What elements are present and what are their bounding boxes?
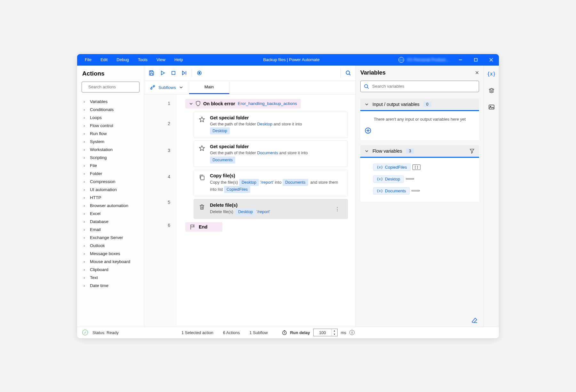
chevron-right-icon: › — [84, 155, 87, 160]
clear-button[interactable] — [471, 317, 478, 324]
action-category[interactable]: ›Outlook — [79, 242, 142, 250]
actions-search[interactable] — [82, 82, 140, 92]
flag-icon — [190, 224, 196, 230]
menu-file[interactable]: File — [80, 55, 96, 65]
close-button[interactable] — [484, 54, 498, 66]
action-category[interactable]: ›File — [79, 162, 142, 170]
variable-row[interactable]: {x}CopiedFiles [] — [373, 164, 476, 171]
stop-button[interactable] — [168, 68, 179, 78]
close-panel-button[interactable]: ✕ — [475, 70, 479, 76]
rail-layers-button[interactable] — [487, 86, 496, 95]
action-category[interactable]: ›Compression — [79, 178, 142, 186]
action-card-selected[interactable]: Delete file(s) Delete file(s) Desktop '/… — [194, 199, 348, 219]
variable-row[interactable]: {x}Desktop — [373, 175, 476, 183]
add-io-variable-button[interactable] — [365, 127, 475, 134]
run-delay-input[interactable]: 100 ▲▼ — [313, 329, 338, 336]
variables-search[interactable] — [360, 81, 479, 92]
flow-canvas[interactable]: On block error Eror_handling_backup_acti… — [176, 94, 356, 327]
menu-view[interactable]: View — [152, 55, 170, 65]
chevron-down-icon — [365, 102, 369, 106]
action-category[interactable]: ›Text — [79, 274, 142, 282]
clock-icon — [282, 330, 287, 335]
action-category[interactable]: ›Browser automation — [79, 202, 142, 210]
action-category[interactable]: ›Run flow — [79, 130, 142, 138]
block-name-link[interactable]: Eror_handling_backup_actions — [238, 101, 297, 106]
action-category[interactable]: ›Clipboard — [79, 266, 142, 274]
variable-icon: {x} — [377, 177, 383, 181]
variable-value — [412, 190, 420, 191]
variable-chip: {x}Documents — [373, 187, 410, 195]
menu-tools[interactable]: Tools — [133, 55, 152, 65]
chevron-right-icon: › — [84, 227, 87, 232]
svg-point-16 — [151, 88, 152, 89]
svg-rect-1 — [475, 58, 477, 61]
actions-search-input[interactable] — [88, 84, 142, 89]
variable-row[interactable]: {x}Documents — [373, 187, 476, 195]
line-number: 3 — [144, 137, 176, 164]
run-button[interactable] — [157, 68, 168, 78]
action-card[interactable]: Get special folder Get the path of the f… — [194, 112, 348, 138]
action-category[interactable]: ›Excel — [79, 210, 142, 218]
line-number: 4 — [144, 164, 176, 190]
tab-main[interactable]: Main — [189, 81, 229, 94]
ms-label: ms — [341, 330, 346, 335]
action-card[interactable]: Copy file(s) Copy the file(s) Desktop '/… — [194, 170, 348, 196]
chevron-right-icon: › — [84, 275, 87, 280]
chevron-right-icon: › — [84, 219, 87, 224]
io-variables-body: There aren't any input or output variabl… — [360, 111, 479, 140]
variables-search-input[interactable] — [372, 84, 476, 89]
action-category[interactable]: ›Folder — [79, 170, 142, 178]
svg-rect-7 — [150, 71, 152, 72]
line-number: 6 — [144, 215, 176, 236]
menu-edit[interactable]: Edit — [96, 55, 112, 65]
spinner[interactable]: ▲▼ — [332, 329, 337, 336]
io-variables-section: Input / output variables 0 There aren't … — [360, 99, 479, 140]
svg-marker-18 — [199, 117, 204, 122]
block-end[interactable]: End — [185, 222, 222, 232]
window-title: Backup files | Power Automate — [188, 57, 396, 62]
search-flow-button[interactable] — [343, 68, 354, 78]
save-button[interactable] — [146, 68, 157, 78]
info-icon[interactable]: i — [349, 330, 355, 335]
maximize-button[interactable] — [469, 54, 483, 66]
action-category[interactable]: ›Conditionals — [79, 106, 142, 114]
step-button[interactable] — [179, 68, 190, 78]
action-category[interactable]: ›Email — [79, 226, 142, 234]
action-category[interactable]: ›Exchange Server — [79, 234, 142, 242]
variable-icon: {x} — [377, 165, 383, 169]
action-category[interactable]: ›Loops — [79, 114, 142, 122]
rail-images-button[interactable] — [487, 103, 496, 112]
flow-variables-header[interactable]: Flow variables 3 — [360, 145, 479, 158]
action-card[interactable]: Get special folder Get the path of the f… — [194, 140, 348, 167]
action-category[interactable]: ›Flow control — [79, 122, 142, 130]
action-category[interactable]: ›UI automation — [79, 186, 142, 194]
action-category[interactable]: ›Variables — [79, 98, 142, 106]
svg-rect-20 — [201, 176, 204, 180]
action-category[interactable]: ›System — [79, 138, 142, 146]
chevron-right-icon: › — [84, 267, 87, 272]
subflows-dropdown[interactable]: Subflows — [144, 81, 189, 94]
rail-variables-button[interactable]: {x} — [487, 69, 496, 78]
menu-debug[interactable]: Debug — [112, 55, 133, 65]
end-label: End — [199, 224, 207, 229]
card-more-button[interactable]: ⋮ — [332, 205, 342, 213]
io-empty-text: There aren't any input or output variabl… — [365, 117, 475, 122]
io-variables-header[interactable]: Input / output variables 0 — [360, 99, 479, 111]
card-title: Get special folder — [210, 144, 308, 149]
minimize-button[interactable] — [453, 54, 468, 66]
account-button[interactable]: XX Personal Product... — [395, 56, 452, 64]
error-block-header[interactable]: On block error Eror_handling_backup_acti… — [185, 99, 301, 108]
record-button[interactable] — [194, 68, 205, 78]
chevron-right-icon: › — [84, 171, 87, 176]
filter-icon[interactable] — [469, 148, 475, 154]
menu-help[interactable]: Help — [170, 55, 188, 65]
action-category[interactable]: ›Workstation — [79, 146, 142, 154]
svg-line-15 — [349, 74, 351, 76]
action-category[interactable]: ›Database — [79, 218, 142, 226]
action-category[interactable]: ›Mouse and keyboard — [79, 258, 142, 266]
actions-list[interactable]: ›Variables ›Conditionals ›Loops ›Flow co… — [77, 96, 144, 327]
action-category[interactable]: ›Message boxes — [79, 250, 142, 258]
action-category[interactable]: ›HTTP — [79, 194, 142, 202]
action-category[interactable]: ›Scripting — [79, 154, 142, 162]
action-category[interactable]: ›Date time — [79, 282, 142, 290]
